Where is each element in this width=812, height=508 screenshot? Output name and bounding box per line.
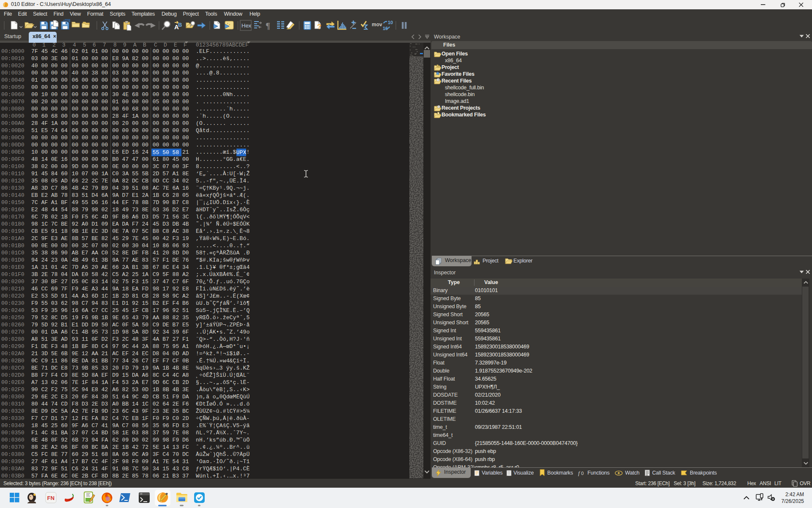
svg-text:10: 10 [388, 20, 393, 25]
svg-text:Hex: Hex [241, 22, 252, 29]
svg-text:0: 0 [581, 471, 584, 476]
svg-text:f: f [578, 470, 581, 476]
svg-text:FN: FN [47, 495, 55, 501]
svg-text:B: B [178, 22, 182, 28]
svg-text:?: ? [317, 23, 321, 30]
svg-text:mov: mov [372, 22, 382, 28]
svg-text:¶: ¶ [266, 21, 270, 30]
